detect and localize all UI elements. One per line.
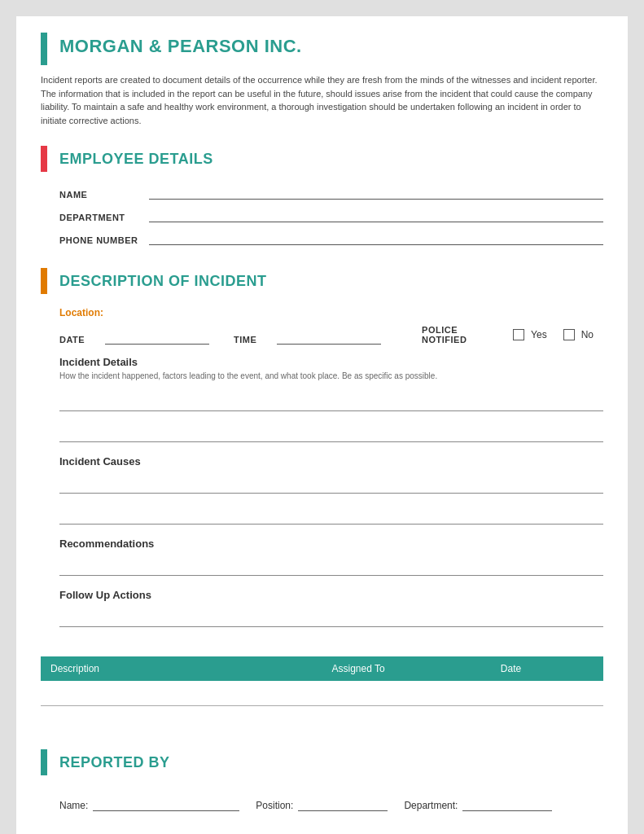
- table-cell-description[interactable]: [41, 681, 322, 705]
- employee-fields: NAME DEPARTMENT PHONE NUMBER: [16, 185, 628, 261]
- incident-details-lines: [59, 388, 603, 442]
- table-header-row: Description Assigned To Date: [41, 656, 603, 681]
- reported-fields-row: Name: Position: Department:: [59, 797, 603, 811]
- yes-checkbox[interactable]: [513, 329, 524, 340]
- incident-detail-line-1[interactable]: [59, 388, 603, 411]
- name-row: NAME: [59, 185, 603, 200]
- incident-details-desc: How the incident happened, factors leadi…: [59, 371, 603, 380]
- table-cell-assigned[interactable]: [322, 681, 491, 705]
- incident-title: DESCRIPTION OF INCIDENT: [59, 273, 267, 290]
- reported-accent: [41, 749, 47, 775]
- table-row: [41, 705, 603, 730]
- name-field-group: Name:: [59, 797, 239, 811]
- employee-details-header: EMPLOYEE DETAILS: [16, 139, 628, 178]
- table-cell-date[interactable]: [491, 705, 603, 730]
- time-field[interactable]: [277, 330, 381, 345]
- incident-causes-title: Incident Causes: [59, 455, 603, 467]
- department-field[interactable]: [149, 208, 603, 222]
- reported-body: Name: Position: Department:: [16, 788, 628, 827]
- employee-accent: [41, 146, 47, 172]
- company-name: MORGAN & PEARSON INC.: [59, 33, 302, 65]
- reported-name-field[interactable]: [93, 797, 239, 811]
- page: MORGAN & PEARSON INC. Incident reports a…: [16, 16, 628, 834]
- police-notified-group: POLICE NOTIFIED Yes No: [422, 325, 603, 345]
- col-assigned-to: Assigned To: [322, 656, 491, 681]
- reported-by-header: REPORTED BY: [16, 743, 628, 782]
- recommendations-line-1[interactable]: [59, 553, 603, 576]
- table-cell-description[interactable]: [41, 705, 322, 730]
- department-label: DEPARTMENT: [59, 213, 149, 222]
- reported-position-field[interactable]: [298, 797, 388, 811]
- recommendations-lines: [59, 553, 603, 576]
- date-time-row: DATE TIME POLICE NOTIFIED Yes No: [59, 325, 603, 345]
- date-field[interactable]: [105, 330, 209, 345]
- col-description: Description: [41, 656, 322, 681]
- incident-header: DESCRIPTION OF INCIDENT: [16, 261, 628, 301]
- phone-label: PHONE NUMBER: [59, 235, 149, 245]
- header-accent: [41, 33, 47, 65]
- reported-department-field[interactable]: [462, 797, 552, 811]
- incident-detail-line-2[interactable]: [59, 419, 603, 442]
- follow-up-title: Follow Up Actions: [59, 589, 603, 601]
- action-table: Description Assigned To Date: [41, 656, 603, 730]
- follow-up-line-1[interactable]: [59, 604, 603, 627]
- causes-line-2[interactable]: [59, 502, 603, 525]
- name-field[interactable]: [149, 185, 603, 200]
- col-date: Date: [491, 656, 603, 681]
- reported-title: REPORTED BY: [59, 754, 170, 771]
- table-row: [41, 681, 603, 705]
- incident-details-title: Incident Details: [59, 356, 603, 368]
- follow-up-lines: [59, 604, 603, 627]
- no-label: No: [581, 329, 594, 340]
- causes-line-1[interactable]: [59, 471, 603, 494]
- date-label: DATE: [59, 335, 85, 345]
- recommendations-title: Recommendations: [59, 538, 603, 550]
- position-field-group: Position:: [256, 797, 388, 811]
- yes-label: Yes: [531, 329, 547, 340]
- incident-body: Location: DATE TIME POLICE NOTIFIED Yes …: [16, 307, 628, 648]
- location-label: Location:: [59, 307, 603, 318]
- phone-row: PHONE NUMBER: [59, 230, 603, 245]
- no-checkbox[interactable]: [563, 329, 575, 340]
- table-cell-assigned[interactable]: [322, 705, 491, 730]
- incident-accent: [41, 268, 47, 294]
- reported-position-label: Position:: [256, 800, 293, 811]
- header: MORGAN & PEARSON INC.: [16, 16, 628, 73]
- department-row: DEPARTMENT: [59, 208, 603, 222]
- incident-causes-lines: [59, 471, 603, 525]
- table-cell-date[interactable]: [491, 681, 603, 705]
- reported-department-label: Department:: [404, 800, 458, 811]
- phone-field[interactable]: [149, 230, 603, 245]
- intro-text: Incident reports are created to document…: [16, 73, 628, 139]
- police-label: POLICE NOTIFIED: [422, 325, 502, 345]
- department-field-group: Department:: [404, 797, 552, 811]
- employee-title: EMPLOYEE DETAILS: [59, 151, 213, 168]
- name-label: NAME: [59, 190, 149, 200]
- time-label: TIME: [234, 335, 256, 345]
- reported-name-label: Name:: [59, 800, 88, 811]
